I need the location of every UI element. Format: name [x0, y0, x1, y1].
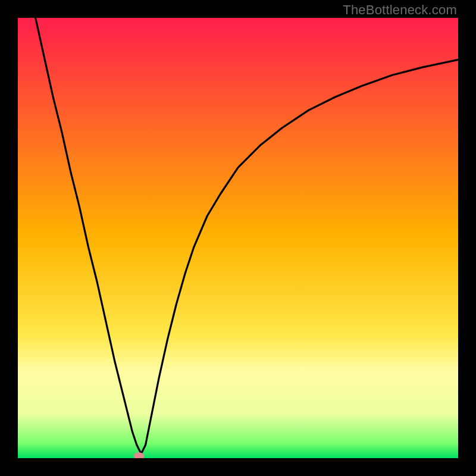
watermark-text: TheBottleneck.com	[343, 2, 457, 18]
gradient-background	[18, 18, 458, 458]
chart-frame	[18, 18, 458, 458]
bottleneck-chart	[18, 18, 458, 458]
